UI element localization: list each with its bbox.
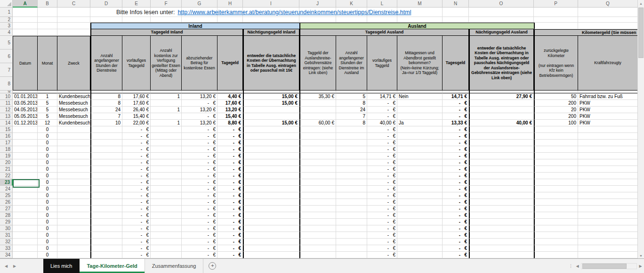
cell-E14[interactable]: 22,00 € (122, 120, 151, 126)
cell-C24[interactable] (57, 186, 90, 192)
cell-N13[interactable]: - € (443, 113, 469, 120)
cell-K29[interactable] (336, 219, 367, 225)
cell-K28[interactable] (336, 212, 367, 219)
cell-P31[interactable] (534, 232, 578, 239)
cell-E34[interactable]: - € (122, 252, 151, 258)
cell-F33[interactable] (151, 245, 182, 252)
cell-Q2[interactable] (578, 17, 638, 23)
cell-B10[interactable]: 1 (38, 93, 57, 100)
cell-M26[interactable] (397, 199, 443, 206)
cell-K32[interactable] (336, 239, 367, 245)
cell-A28[interactable] (13, 212, 38, 219)
row-header-3[interactable]: 3 (0, 23, 13, 29)
cell-L17[interactable]: - € (367, 140, 397, 146)
cell-B29[interactable]: 0 (38, 219, 57, 225)
cell-C17[interactable] (57, 140, 90, 146)
cell-M30[interactable] (397, 225, 443, 232)
cell-P18[interactable] (534, 146, 578, 153)
cell-B22[interactable]: 0 (38, 173, 57, 179)
cell-E12[interactable]: 26,40 € (122, 107, 151, 113)
cell-M28[interactable] (397, 212, 443, 219)
cell-Q30[interactable] (578, 225, 638, 232)
cell-O23[interactable] (469, 179, 534, 186)
cell-N19[interactable]: - € (443, 153, 469, 159)
cell-J26[interactable] (299, 199, 336, 206)
cell-J2[interactable] (299, 17, 336, 23)
cell-L29[interactable]: - € (367, 219, 397, 225)
cell-F2[interactable] (151, 17, 182, 23)
cell-I19[interactable] (243, 153, 299, 159)
cell-O30[interactable] (469, 225, 534, 232)
cell-M21[interactable] (397, 166, 443, 173)
cell-J32[interactable] (299, 239, 336, 245)
cell-I27[interactable] (243, 206, 299, 212)
cell-Q12[interactable]: PKW (578, 107, 638, 113)
cell-G25[interactable]: - € (182, 192, 217, 199)
cell-C29[interactable] (57, 219, 90, 225)
cell-K16[interactable] (336, 133, 367, 140)
cell-J12[interactable] (299, 107, 336, 113)
hscroll-right-icon[interactable] (637, 264, 644, 268)
cell-A11[interactable]: 03.05.2013 (13, 100, 38, 107)
cell-M17[interactable] (397, 140, 443, 146)
cell-C20[interactable] (57, 159, 90, 166)
cell-G16[interactable]: - € (182, 133, 217, 140)
cell-M16[interactable] (397, 133, 443, 140)
cell-F12[interactable]: 1 (151, 107, 182, 113)
cell-F30[interactable] (151, 225, 182, 232)
cell-O26[interactable] (469, 199, 534, 206)
field-header-Q[interactable]: Kraftfahrzeugty (578, 36, 638, 91)
cell-O14[interactable]: 40,00 € (469, 120, 534, 126)
cell-M14[interactable]: Ja (397, 120, 443, 126)
cell-P16[interactable] (534, 133, 578, 140)
cell-D19[interactable] (90, 153, 122, 159)
cell-E16[interactable]: - € (122, 133, 151, 140)
cell-P28[interactable] (534, 212, 578, 219)
row-header-27[interactable]: 27 (0, 206, 13, 212)
cell-K22[interactable] (336, 173, 367, 179)
select-all-button[interactable] (0, 0, 13, 8)
cell-G13[interactable]: - € (182, 113, 217, 120)
cell-L19[interactable]: - € (367, 153, 397, 159)
cell-J21[interactable] (299, 166, 336, 173)
cell-K23[interactable] (336, 179, 367, 186)
field-header-A[interactable]: Datum (13, 36, 38, 91)
cell-P26[interactable] (534, 199, 578, 206)
field-header-B[interactable]: Monat (38, 36, 57, 91)
column-header-F[interactable]: F (151, 0, 182, 8)
row-header-18[interactable]: 18 (0, 146, 13, 153)
tab-nav-left-icon[interactable] (2, 259, 10, 273)
cell-H14[interactable]: 8,80 € (217, 120, 243, 126)
tab-nav-right-icon[interactable] (10, 259, 19, 273)
cell-F24[interactable] (151, 186, 182, 192)
cell-P24[interactable] (534, 186, 578, 192)
cell-M10[interactable]: Nein (397, 93, 443, 100)
cell-K17[interactable] (336, 140, 367, 146)
cell-N21[interactable]: - € (443, 166, 469, 173)
cell-I22[interactable] (243, 173, 299, 179)
cell-P33[interactable] (534, 245, 578, 252)
cell-O15[interactable] (469, 126, 534, 133)
cell-B33[interactable]: 0 (38, 245, 57, 252)
row-header-14[interactable]: 14 (0, 120, 13, 126)
row-header-2[interactable]: 2 (0, 17, 13, 23)
cell-H31[interactable]: - € (217, 232, 243, 239)
cell-B18[interactable]: 0 (38, 146, 57, 153)
cell-D24[interactable] (90, 186, 122, 192)
cell-N28[interactable]: - € (443, 212, 469, 219)
cell-E30[interactable]: - € (122, 225, 151, 232)
horizontal-scrollbar-track[interactable] (581, 263, 637, 269)
cell-J13[interactable] (299, 113, 336, 120)
cell-D25[interactable] (90, 192, 122, 199)
cell-L2[interactable] (367, 17, 397, 23)
cell-M15[interactable] (397, 126, 443, 133)
row-header-11[interactable]: 11 (0, 100, 13, 107)
cell-C2[interactable] (57, 17, 90, 23)
cell-J25[interactable] (299, 192, 336, 199)
cell-A19[interactable] (13, 153, 38, 159)
cell-Q19[interactable] (578, 153, 638, 159)
cell-J14[interactable]: 60,00 € (299, 120, 336, 126)
cell-M31[interactable] (397, 232, 443, 239)
field-header-M[interactable]: Mittagessen und Abendbrot gestellt bekom… (397, 36, 443, 91)
cell-G32[interactable]: - € (182, 239, 217, 245)
